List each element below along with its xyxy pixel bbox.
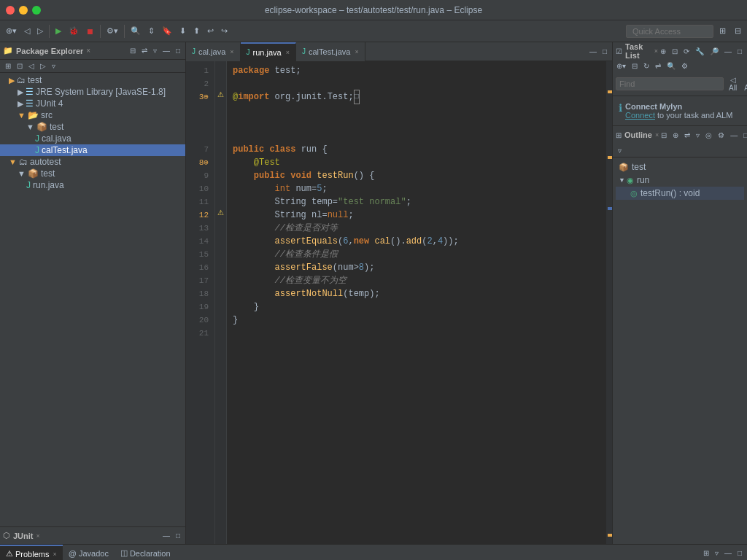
- sidebar-minimize[interactable]: —: [160, 46, 172, 55]
- code-editor[interactable]: 1 2 3⊕ 7 8⊕ 9 10 11 12 13 14 15 16 17 18…: [186, 61, 612, 544]
- junit-maximize[interactable]: □: [174, 531, 182, 540]
- tab-run-java[interactable]: J run.java ×: [241, 42, 296, 61]
- sidebar-btn-1[interactable]: ⊞: [3, 61, 13, 71]
- ln-20: 20: [189, 314, 212, 327]
- toolbar-prev-annotation[interactable]: ⬆: [190, 25, 203, 37]
- bottom-tab-declaration[interactable]: ◫ Declaration: [115, 545, 177, 561]
- bottom-tab-problems[interactable]: ⚠ Problems ×: [0, 545, 63, 561]
- tree-item-src[interactable]: ▼ 📂 src: [0, 109, 185, 121]
- tl-btn-2[interactable]: ⊡: [670, 47, 680, 56]
- outline-run-class[interactable]: ▼ ◉ run: [616, 174, 744, 187]
- tl-toolbar-4[interactable]: ⇌: [653, 61, 663, 71]
- code-line-13: //检查是否对等: [233, 222, 606, 235]
- outline-btn-6[interactable]: ⚙: [716, 131, 727, 140]
- outline-testrun-method[interactable]: ◎ testRun() : void: [616, 187, 744, 200]
- tl-maximize[interactable]: □: [735, 47, 744, 56]
- toolbar-external-tools[interactable]: ⚙▾: [104, 25, 121, 37]
- g-3: ⚠: [215, 88, 226, 101]
- maximize-button[interactable]: [32, 6, 41, 15]
- close-button[interactable]: [6, 6, 15, 15]
- code-content[interactable]: package test; @import org.junit.Test;□ p…: [227, 61, 612, 544]
- toolbar-search[interactable]: 🔍: [128, 25, 144, 37]
- sidebar-btn-2[interactable]: ⊡: [15, 61, 25, 71]
- tl-toolbar-1[interactable]: ⊕▾: [614, 61, 628, 71]
- tab-cal-close[interactable]: ×: [230, 48, 233, 55]
- minimize-button[interactable]: [19, 6, 28, 15]
- toolbar-debug[interactable]: 🐞: [66, 25, 82, 37]
- sidebar-collapse-all[interactable]: ⊟: [128, 46, 138, 55]
- mylyn-connect-link[interactable]: Connect: [625, 111, 655, 120]
- tl-btn-5[interactable]: 🔎: [708, 47, 721, 56]
- problems-filter-btn[interactable]: ▿: [713, 548, 721, 558]
- ln-18: 18: [189, 287, 212, 300]
- task-find-next[interactable]: ▷ Activ...: [742, 75, 747, 93]
- outline-btn-5[interactable]: ◎: [703, 131, 714, 140]
- mylyn-info: ℹ Connect Mylyn Connect to your task and…: [619, 102, 741, 120]
- tl-toolbar-3[interactable]: ↻: [641, 61, 651, 71]
- toolbar-last-edit[interactable]: ↩: [204, 25, 217, 37]
- problems-minimize[interactable]: —: [722, 548, 734, 558]
- junit-minimize[interactable]: —: [160, 531, 172, 540]
- tl-btn-1[interactable]: ⊕: [658, 47, 668, 56]
- sidebar-nav-back[interactable]: ◁: [26, 61, 36, 71]
- outline-btn-2[interactable]: ⊕: [670, 131, 681, 140]
- toolbar-forward[interactable]: ▷: [34, 25, 46, 37]
- toolbar-bookmark[interactable]: 🔖: [159, 25, 175, 37]
- outline-maximize[interactable]: □: [741, 131, 747, 140]
- problems-close[interactable]: ×: [53, 551, 56, 558]
- toolbar-next-edit[interactable]: ↪: [218, 25, 231, 37]
- tab-run-close[interactable]: ×: [286, 49, 290, 56]
- sidebar-new-dropdown[interactable]: ▿: [151, 46, 159, 55]
- toolbar-run[interactable]: ▶: [53, 25, 64, 37]
- tree-item-autotest-project[interactable]: ▼ 🗂 autotest: [0, 156, 185, 168]
- problems-toolbar-btn[interactable]: ⊞: [701, 548, 711, 558]
- tl-toolbar-6[interactable]: ⚙: [679, 61, 690, 71]
- task-find-prev[interactable]: ◁ All: [727, 75, 739, 93]
- outline-btn-1[interactable]: ⊟: [659, 131, 669, 140]
- tree-item-test-project[interactable]: ▶ 🗂 test: [0, 74, 185, 86]
- g-12: ⚠: [215, 206, 226, 219]
- bottom-tab-javadoc[interactable]: @ Javadoc: [63, 545, 115, 561]
- problems-maximize[interactable]: □: [735, 548, 744, 558]
- tree-item-autotest-test[interactable]: ▼ 📦 test: [0, 168, 185, 179]
- sidebar-nav-forward[interactable]: ▷: [38, 61, 48, 71]
- quick-access-input[interactable]: [626, 25, 713, 38]
- editor-minimize[interactable]: —: [587, 47, 599, 56]
- tab-caltest-close[interactable]: ×: [355, 48, 358, 55]
- tree-item-jre[interactable]: ▶ ☰ JRE System Library [JavaSE-1.8]: [0, 86, 185, 98]
- sidebar-maximize[interactable]: □: [174, 46, 182, 55]
- tree-item-caltest-java[interactable]: J calTest.java: [0, 144, 185, 156]
- toolbar-next-annotation[interactable]: ⬇: [177, 25, 189, 37]
- tl-toolbar-2[interactable]: ⊟: [630, 61, 640, 71]
- toolbar-perspective-switch[interactable]: ⊟: [732, 25, 744, 37]
- outline-collapse-btn[interactable]: ▿: [616, 146, 624, 155]
- sidebar-link-editor[interactable]: ⇌: [139, 46, 150, 55]
- outline-minimize[interactable]: —: [728, 131, 740, 140]
- sidebar-dropdown[interactable]: ▿: [50, 61, 58, 71]
- toolbar-back[interactable]: ◁: [21, 25, 33, 37]
- toolbar-perspective[interactable]: ⊞: [716, 25, 729, 37]
- toolbar-stop[interactable]: ⏹: [83, 26, 97, 37]
- tl-btn-4[interactable]: 🔧: [693, 47, 706, 56]
- editor-maximize[interactable]: □: [600, 47, 609, 56]
- code-line-6: [233, 130, 606, 143]
- tree-item-junit4[interactable]: ▶ ☰ JUnit 4: [0, 98, 185, 109]
- close-icon[interactable]: ×: [86, 47, 90, 55]
- tree-item-run-java[interactable]: J run.java: [0, 179, 185, 191]
- outline-btn-4[interactable]: ▿: [694, 131, 702, 140]
- tree-item-cal-java[interactable]: J cal.java: [0, 133, 185, 144]
- task-find-input[interactable]: [616, 77, 724, 90]
- outline-test-package[interactable]: 📦 test: [616, 160, 744, 174]
- package-explorer-title: Package Explorer: [16, 47, 83, 55]
- toolbar-new[interactable]: ⊕▾: [3, 25, 20, 37]
- tab-caltest-java[interactable]: J calTest.java ×: [296, 42, 365, 61]
- tl-minimize[interactable]: —: [722, 47, 734, 56]
- tl-btn-3[interactable]: ⟳: [681, 47, 692, 56]
- toolbar-navigate[interactable]: ⇕: [145, 25, 158, 37]
- tl-toolbar-5[interactable]: 🔍: [665, 61, 678, 71]
- main-toolbar: ⊕▾ ◁ ▷ ▶ 🐞 ⏹ ⚙▾ 🔍 ⇕ 🔖 ⬇ ⬆ ↩ ↪ ⊞ ⊟: [0, 20, 747, 42]
- tab-cal-java[interactable]: J cal.java ×: [186, 42, 241, 61]
- task-list-title: Task List: [625, 42, 651, 60]
- tree-item-test-package[interactable]: ▼ 📦 test: [0, 121, 185, 133]
- outline-btn-3[interactable]: ⇌: [682, 131, 692, 140]
